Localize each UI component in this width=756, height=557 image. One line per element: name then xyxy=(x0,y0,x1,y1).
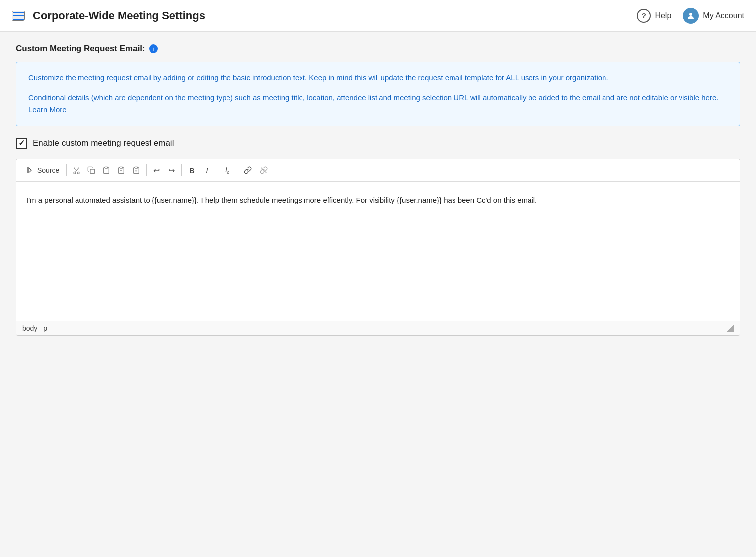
editor-toolbar: Source xyxy=(16,159,740,182)
svg-rect-5 xyxy=(105,167,108,168)
italic-icon: I xyxy=(206,166,208,175)
my-account-label: My Account xyxy=(703,11,744,20)
editor-body[interactable]: I'm a personal automated assistant to {{… xyxy=(16,182,740,321)
divider-4 xyxy=(217,164,217,176)
divider-3 xyxy=(181,164,182,176)
copy-button[interactable] xyxy=(84,163,98,177)
svg-rect-4 xyxy=(90,169,95,174)
svg-point-0 xyxy=(689,13,692,16)
redo-button[interactable]: ↪ xyxy=(164,163,178,177)
header: Corporate-Wide Meeting Settings ? Help M… xyxy=(0,0,756,32)
page-title: Corporate-Wide Meeting Settings xyxy=(33,9,205,22)
paste-special-button[interactable] xyxy=(114,163,128,177)
cut-button[interactable] xyxy=(70,163,83,177)
copy-icon xyxy=(87,166,95,174)
unlink-icon xyxy=(259,166,268,174)
unlink-button[interactable] xyxy=(256,163,271,177)
editor-container: Source xyxy=(16,159,740,336)
my-account-button[interactable]: My Account xyxy=(683,8,744,24)
learn-more-link[interactable]: Learn More xyxy=(28,105,67,114)
svg-line-10 xyxy=(261,168,267,173)
checkbox-label: Enable custom meeting request email xyxy=(33,139,174,148)
cut-icon xyxy=(73,166,80,174)
editor-content[interactable]: I'm a personal automated assistant to {{… xyxy=(26,194,730,207)
info-paragraph-2: Conditional details (which are dependent… xyxy=(28,92,728,116)
svg-rect-6 xyxy=(120,167,123,168)
svg-rect-1 xyxy=(27,167,29,173)
redo-icon: ↪ xyxy=(168,166,175,175)
paste-special-icon xyxy=(117,166,125,174)
help-label: Help xyxy=(655,11,671,20)
section-title-text: Custom Meeting Request Email: xyxy=(16,44,145,54)
account-avatar xyxy=(683,8,699,24)
source-icon xyxy=(26,166,34,174)
link-icon xyxy=(243,166,252,174)
divider-1 xyxy=(66,164,67,176)
info-paragraph-1: Customize the meeting request email by a… xyxy=(28,72,728,84)
main-content: Custom Meeting Request Email: i Customiz… xyxy=(0,32,756,557)
tag-p: p xyxy=(43,324,47,332)
header-left: Corporate-Wide Meeting Settings xyxy=(12,9,205,22)
svg-point-2 xyxy=(74,172,76,174)
bold-button[interactable]: B xyxy=(185,163,199,177)
italic-button[interactable]: I xyxy=(200,163,214,177)
info-icon[interactable]: i xyxy=(149,44,158,53)
help-icon: ? xyxy=(637,9,651,23)
editor-footer: body p xyxy=(16,321,740,335)
paste-word-icon: W xyxy=(132,166,140,174)
divider-2 xyxy=(146,164,147,176)
svg-text:W: W xyxy=(135,170,138,172)
editor-footer-tags: body p xyxy=(22,324,47,332)
checkbox-row: ✓ Enable custom meeting request email xyxy=(16,138,740,149)
paste-icon xyxy=(102,166,110,174)
section-title-row: Custom Meeting Request Email: i xyxy=(16,44,740,54)
link-button[interactable] xyxy=(240,163,255,177)
resize-handle[interactable] xyxy=(727,325,734,332)
remove-format-button[interactable]: Ix xyxy=(220,163,234,177)
checkmark-icon: ✓ xyxy=(18,139,25,147)
divider-5 xyxy=(237,164,237,176)
svg-rect-8 xyxy=(135,167,138,168)
undo-button[interactable]: ↩ xyxy=(150,163,163,177)
svg-point-3 xyxy=(77,172,79,174)
bold-icon: B xyxy=(189,166,195,175)
info-box: Customize the meeting request email by a… xyxy=(16,62,740,126)
remove-format-icon: Ix xyxy=(225,166,229,175)
source-button[interactable]: Source xyxy=(22,164,63,176)
paste-word-button[interactable]: W xyxy=(129,163,143,177)
paste-button[interactable] xyxy=(99,163,113,177)
enable-checkbox[interactable]: ✓ xyxy=(16,138,27,149)
tag-body: body xyxy=(22,324,37,332)
help-button[interactable]: ? Help xyxy=(637,9,671,23)
menu-button[interactable] xyxy=(12,11,25,21)
undo-icon: ↩ xyxy=(153,166,160,175)
header-right: ? Help My Account xyxy=(637,8,744,24)
